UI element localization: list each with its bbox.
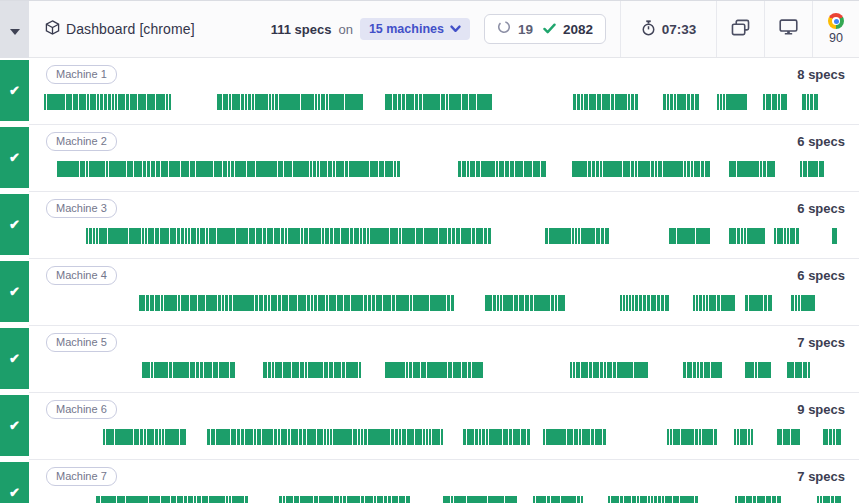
machine-row: ✔ Machine 4 6 specs (0, 259, 859, 326)
machine-badge[interactable]: Machine 4 (46, 266, 117, 285)
display-section (764, 1, 812, 57)
spec-bar[interactable] (735, 496, 783, 503)
spec-bar[interactable] (533, 496, 585, 503)
package-cube-icon (45, 20, 60, 39)
browser-windows-icon[interactable] (731, 19, 750, 40)
spec-bar[interactable] (832, 228, 837, 244)
title-group: Dashboard [chrome] (45, 20, 195, 39)
spec-bar[interactable] (142, 362, 237, 378)
specs-count-label: 8 specs (797, 67, 845, 82)
header-bar: Dashboard [chrome] 111 specs on 15 machi… (29, 1, 859, 58)
spec-bar[interactable] (543, 429, 606, 445)
browser-section: 90 (812, 1, 859, 57)
spec-bar[interactable] (717, 94, 748, 110)
spec-bar[interactable] (443, 496, 517, 503)
spec-bar[interactable] (57, 161, 230, 177)
check-icon: ✔ (9, 218, 20, 231)
machine-timeline: Machine 7 7 specs (29, 460, 859, 503)
spec-bar[interactable] (774, 228, 799, 244)
spec-bar[interactable] (139, 295, 455, 311)
chevron-down-icon (450, 22, 461, 36)
spec-bar[interactable] (385, 362, 483, 378)
machine-badge[interactable]: Machine 5 (46, 333, 117, 352)
check-icon: ✔ (9, 285, 20, 298)
spec-bar[interactable] (217, 94, 363, 110)
machine-status-rail: ✔ (0, 58, 29, 125)
spec-bar[interactable] (693, 295, 735, 311)
spec-bar[interactable] (385, 94, 492, 110)
spec-bar[interactable] (458, 161, 546, 177)
spec-bar[interactable] (745, 362, 771, 378)
spec-bar[interactable] (791, 295, 815, 311)
spec-bar[interactable] (207, 429, 326, 445)
spec-bar[interactable] (545, 228, 609, 244)
stopwatch-icon (641, 20, 656, 39)
machine-badge[interactable]: Machine 2 (46, 132, 117, 151)
spec-bar[interactable] (327, 429, 445, 445)
caret-down-icon[interactable] (10, 21, 20, 39)
machine-badge[interactable]: Machine 3 (46, 199, 117, 218)
spec-bar[interactable] (231, 161, 400, 177)
spec-bar[interactable] (763, 94, 787, 110)
specs-count: 111 specs (271, 22, 332, 37)
test-stats-pill: 19 2082 (484, 14, 606, 44)
machine-status-rail: ✔ (0, 125, 29, 192)
check-icon: ✔ (9, 151, 20, 164)
machine-status-block: ✔ (0, 462, 29, 503)
spec-bars-track (29, 429, 859, 445)
spec-bar[interactable] (279, 496, 410, 503)
check-icon (543, 20, 556, 38)
machine-status-block: ✔ (0, 328, 29, 389)
spec-bar[interactable] (683, 362, 722, 378)
machine-row: ✔ Machine 3 6 specs (0, 192, 859, 259)
spec-bar[interactable] (572, 161, 710, 177)
machine-status-block: ✔ (0, 127, 29, 188)
machine-timeline: Machine 6 9 specs (29, 393, 859, 460)
machine-badge[interactable]: Machine 6 (46, 400, 117, 419)
spec-bar[interactable] (667, 429, 717, 445)
spec-bar[interactable] (86, 228, 491, 244)
spec-bar[interactable] (787, 362, 810, 378)
spec-bar[interactable] (570, 362, 648, 378)
monitor-icon[interactable] (779, 19, 798, 39)
spec-bar[interactable] (669, 228, 710, 244)
duration-section: 07:33 (620, 1, 716, 57)
spec-bar[interactable] (663, 94, 700, 110)
spec-bar[interactable] (620, 295, 670, 311)
page-title: Dashboard [chrome] (66, 21, 195, 37)
spec-bar[interactable] (263, 362, 361, 378)
spec-bar[interactable] (44, 94, 173, 110)
machine-badge[interactable]: Machine 7 (46, 467, 117, 486)
spec-bar[interactable] (817, 496, 841, 503)
spec-bar[interactable] (573, 94, 638, 110)
spec-bar[interactable] (485, 295, 565, 311)
machine-badge[interactable]: Machine 1 (46, 65, 117, 84)
spec-bar[interactable] (463, 429, 530, 445)
duration-label: 07:33 (662, 22, 697, 37)
machine-status-block: ✔ (0, 194, 29, 255)
spec-bar[interactable] (734, 429, 755, 445)
spec-bar[interactable] (800, 161, 824, 177)
spec-bar[interactable] (729, 161, 775, 177)
spec-bar[interactable] (729, 228, 765, 244)
spec-bars-track (29, 496, 859, 503)
browser-version: 90 (829, 31, 843, 45)
machine-row: ✔ Machine 1 8 specs (0, 58, 859, 125)
machine-status-block: ✔ (0, 395, 29, 456)
spec-bar[interactable] (823, 429, 841, 445)
machines-dropdown-button[interactable]: 15 machines (360, 18, 470, 40)
spec-bar[interactable] (745, 295, 773, 311)
spec-bar[interactable] (802, 94, 818, 110)
specs-count-label: 6 specs (797, 134, 845, 149)
spec-bars-track (29, 161, 859, 177)
spec-bar[interactable] (103, 429, 186, 445)
spec-bar[interactable] (608, 496, 698, 503)
passed-count: 2082 (563, 22, 593, 37)
spec-bar[interactable] (96, 496, 248, 503)
check-icon: ✔ (9, 84, 20, 97)
collapse-rail (0, 1, 29, 58)
check-icon: ✔ (9, 352, 20, 365)
spec-bar[interactable] (777, 429, 800, 445)
machine-row: ✔ Machine 7 7 specs (0, 460, 859, 503)
spec-bars-track (29, 94, 859, 110)
